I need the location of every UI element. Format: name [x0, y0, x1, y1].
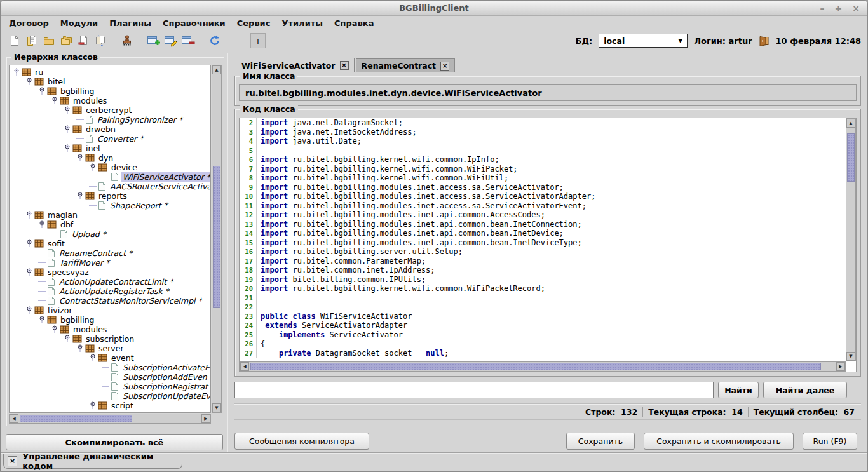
menu-item[interactable]: Модули [55, 18, 104, 29]
tree-row[interactable]: device [10, 163, 210, 172]
tree-row[interactable]: SubscriptionAddEven [10, 372, 210, 382]
tree-expand-handle[interactable] [63, 125, 72, 134]
tree-expand-handle[interactable] [25, 210, 34, 220]
maximize-icon[interactable]: + [835, 4, 843, 13]
tree-row[interactable]: Upload * [10, 229, 210, 239]
tree-expand-handle[interactable] [88, 353, 98, 363]
tree-row[interactable]: SubscriptionActivateE [10, 363, 210, 372]
tree-expand-handle[interactable] [63, 105, 72, 115]
window-add-icon[interactable] [146, 33, 161, 48]
editor-tab-renamecontract[interactable]: RenameContract× [356, 58, 456, 72]
tree-horizontal-scrollbar[interactable]: ◀ ▶ [9, 414, 211, 424]
tree-expand-handle[interactable] [37, 86, 47, 96]
tree-row[interactable]: Converter * [10, 134, 210, 144]
tree-row[interactable]: dyn [10, 153, 210, 163]
tree-expand-handle[interactable] [37, 315, 47, 325]
tree-expand-handle[interactable] [25, 267, 34, 277]
scrollbar-thumb[interactable] [20, 415, 132, 422]
tree-row[interactable]: maglan [10, 210, 210, 220]
save-button[interactable]: Сохранить [566, 433, 635, 450]
tree-row[interactable]: tivizor [10, 306, 210, 315]
compile-all-button[interactable]: Скомпилировать всё [6, 434, 223, 450]
menu-item[interactable]: Сервис [231, 18, 276, 29]
scrollbar-thumb[interactable] [250, 363, 821, 370]
menu-item[interactable]: Справочники [157, 18, 231, 29]
tree-row[interactable]: ru [10, 67, 210, 77]
tree-expand-handle[interactable] [76, 191, 85, 201]
tree-expand-handle[interactable] [37, 220, 47, 229]
tree-expand-handle[interactable] [88, 401, 98, 410]
tree-expand-handle[interactable] [63, 334, 72, 344]
scroll-right-arrow[interactable]: ▶ [201, 414, 210, 423]
class-tree[interactable]: rubitelbgbillingmodulescerbercryptPairin… [9, 65, 211, 413]
exit-door-icon[interactable] [759, 35, 770, 47]
tree-row[interactable]: inet [10, 144, 210, 153]
tree-row[interactable]: event [10, 353, 210, 363]
tree-row[interactable]: modules [10, 96, 210, 105]
db-select[interactable]: local ▼ [599, 34, 688, 48]
tree-row[interactable]: ShapeReport * [10, 201, 210, 210]
tree-row[interactable]: RenameContract * [10, 248, 210, 258]
stamp-icon[interactable] [119, 33, 135, 48]
open-document-icon[interactable] [24, 33, 39, 48]
tree-row[interactable]: bgbilling [10, 315, 210, 325]
tree-row[interactable]: specsvyaz [10, 267, 210, 277]
tab-close-icon[interactable]: × [440, 62, 449, 71]
scroll-down-arrow[interactable]: ▼ [212, 403, 221, 412]
tree-expand-handle[interactable] [50, 325, 60, 334]
refresh-icon[interactable] [207, 33, 222, 48]
tree-row[interactable]: ActionUpdateContractLimit * [10, 277, 210, 287]
menu-item[interactable]: Утилиты [276, 18, 329, 29]
scrollbar-thumb[interactable] [213, 166, 220, 308]
class-name-field[interactable]: ru.bitel.bgbilling.modules.inet.dyn.devi… [239, 84, 857, 101]
menu-item[interactable]: Плагины [104, 18, 157, 29]
tree-row[interactable]: ActionUpdateRegisterTask * [10, 287, 210, 296]
tree-expand-handle[interactable] [50, 96, 60, 105]
tree-row[interactable]: sofit [10, 239, 210, 248]
tree-row[interactable]: cerbercrypt [10, 105, 210, 115]
scroll-up-arrow[interactable]: ▲ [846, 119, 855, 128]
editor-horizontal-scrollbar[interactable]: ◀ ▶ [240, 361, 846, 372]
run-button[interactable]: Run (F9) [803, 433, 857, 450]
tree-row[interactable]: bgbilling [10, 86, 210, 96]
code-view[interactable]: 2import java.net.DatagramSocket;3import … [240, 118, 846, 361]
compiler-messages-button[interactable]: Сообщения компилятора [234, 433, 369, 450]
tree-expand-handle[interactable] [76, 153, 85, 163]
add-tab-button[interactable]: + [250, 33, 266, 48]
tree-row[interactable]: server [10, 344, 210, 353]
dynamic-code-tab[interactable]: × Управление динамическим кодом [3, 454, 182, 469]
tree-vertical-scrollbar[interactable]: ▲ ▼ [212, 65, 222, 413]
scroll-up-arrow[interactable]: ▲ [212, 65, 221, 74]
menu-item[interactable]: Договор [3, 18, 55, 29]
scrollbar-thumb[interactable] [847, 133, 855, 182]
window-edit-icon[interactable] [163, 33, 179, 48]
scroll-left-arrow[interactable]: ◀ [240, 362, 249, 371]
tree-row[interactable]: bitel [10, 77, 210, 86]
editor-tab-wifiserviceactivator[interactable]: WiFiServiceActivator× [236, 58, 355, 72]
open-folders-icon[interactable] [58, 33, 74, 48]
tree-expand-handle[interactable] [25, 77, 34, 86]
save-and-compile-button[interactable]: Сохранить и скомпилировать [644, 433, 794, 450]
editor-vertical-scrollbar[interactable]: ▲ ▼ [846, 118, 856, 361]
tab-close-icon[interactable]: × [8, 456, 17, 466]
new-document-icon[interactable] [7, 33, 22, 48]
tree-row[interactable]: PairingSynchronizer * [10, 115, 210, 125]
tree-expand-handle[interactable] [63, 144, 72, 153]
window-remove-icon[interactable] [180, 33, 196, 48]
tree-row[interactable]: AACSRouterServiceActiva [10, 182, 210, 191]
find-next-button[interactable]: Найти далее [763, 382, 847, 398]
tree-expand-handle[interactable] [88, 163, 98, 172]
tree-expand-handle[interactable] [25, 239, 34, 248]
scroll-left-arrow[interactable]: ◀ [10, 414, 18, 423]
copy-document-icon[interactable] [93, 33, 108, 48]
tree-expand-handle[interactable] [76, 344, 85, 353]
scroll-right-arrow[interactable]: ▶ [836, 362, 845, 371]
tree-expand-handle[interactable] [25, 306, 34, 315]
tree-row[interactable]: drwebn [10, 125, 210, 134]
tree-row[interactable]: SubscriptionUpdateEv [10, 391, 210, 401]
tab-close-icon[interactable]: × [340, 61, 349, 70]
tree-row[interactable]: reports [10, 191, 210, 201]
search-input[interactable] [234, 382, 714, 398]
tree-row[interactable]: ContractStatusMonitorServiceImpl * [10, 296, 210, 306]
minimize-icon[interactable]: – [820, 4, 825, 13]
